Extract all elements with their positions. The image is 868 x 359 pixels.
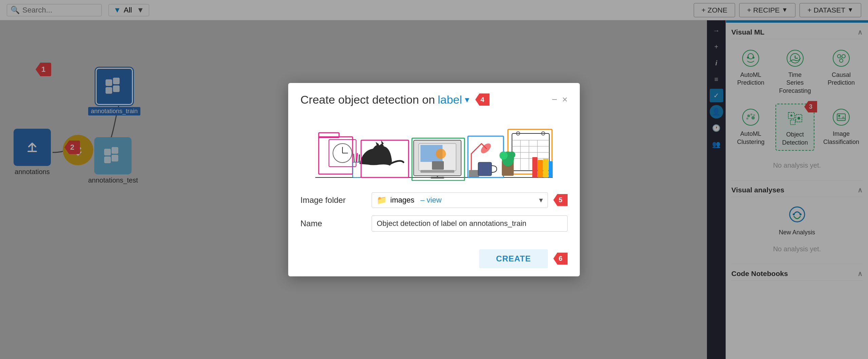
- badge-6: 6: [553, 253, 568, 265]
- image-folder-row: 📁 images – view ▾ 5: [372, 192, 568, 208]
- svg-rect-62: [420, 170, 454, 173]
- modal-title: Create object detection on label ▾ 4: [300, 93, 490, 106]
- modal-title-highlight: label: [438, 93, 462, 106]
- image-folder-select[interactable]: 📁 images – view ▾: [372, 192, 548, 208]
- svg-rect-87: [543, 159, 548, 177]
- name-field: Name: [300, 215, 568, 232]
- modal-header: Create object detection on label ▾ 4 − ×: [288, 83, 580, 110]
- svg-rect-85: [532, 157, 537, 177]
- modal-title-prefix: Create object detection on: [300, 93, 435, 106]
- image-folder-field: Image folder 📁 images – view ▾ 5: [300, 192, 568, 208]
- svg-rect-46: [319, 137, 353, 174]
- modal-footer: CREATE 6: [288, 249, 580, 276]
- modal-close-button[interactable]: ×: [562, 94, 568, 105]
- create-button[interactable]: CREATE: [479, 249, 548, 268]
- object-detection-illustration: [298, 110, 570, 181]
- svg-line-53: [354, 154, 354, 162]
- modal-minimize-button[interactable]: −: [552, 94, 557, 105]
- svg-rect-88: [549, 161, 553, 177]
- footer-row: CREATE 6: [479, 249, 568, 268]
- svg-line-54: [357, 153, 357, 162]
- svg-rect-67: [469, 170, 479, 177]
- name-input[interactable]: [372, 215, 568, 232]
- folder-icon: 📁: [377, 195, 387, 205]
- badge-5: 5: [553, 194, 568, 206]
- modal-dialog: Create object detection on label ▾ 4 − ×: [288, 83, 580, 276]
- svg-point-60: [436, 149, 446, 159]
- svg-rect-86: [538, 160, 543, 177]
- image-folder-value: images: [390, 196, 414, 205]
- badge-4: 4: [475, 93, 490, 106]
- name-control: [372, 215, 568, 232]
- svg-line-55: [359, 154, 359, 162]
- folder-select-arrow-icon: ▾: [539, 196, 543, 205]
- folder-view-link[interactable]: – view: [420, 196, 441, 205]
- modal-controls: − ×: [552, 94, 568, 105]
- image-folder-label: Image folder: [300, 195, 361, 205]
- svg-point-83: [499, 151, 508, 160]
- svg-rect-61: [432, 161, 444, 170]
- image-folder-control: 📁 images – view ▾ 5: [372, 192, 568, 208]
- modal-overlay: Create object detection on label ▾ 4 − ×: [0, 0, 868, 359]
- modal-title-dropdown-icon[interactable]: ▾: [465, 94, 469, 105]
- svg-rect-69: [478, 162, 492, 176]
- name-label: Name: [300, 219, 361, 228]
- modal-body: Image folder 📁 images – view ▾ 5: [288, 184, 580, 249]
- svg-rect-64: [431, 177, 444, 178]
- modal-illustration: [288, 110, 580, 184]
- svg-rect-52: [353, 162, 361, 177]
- svg-point-84: [509, 151, 515, 158]
